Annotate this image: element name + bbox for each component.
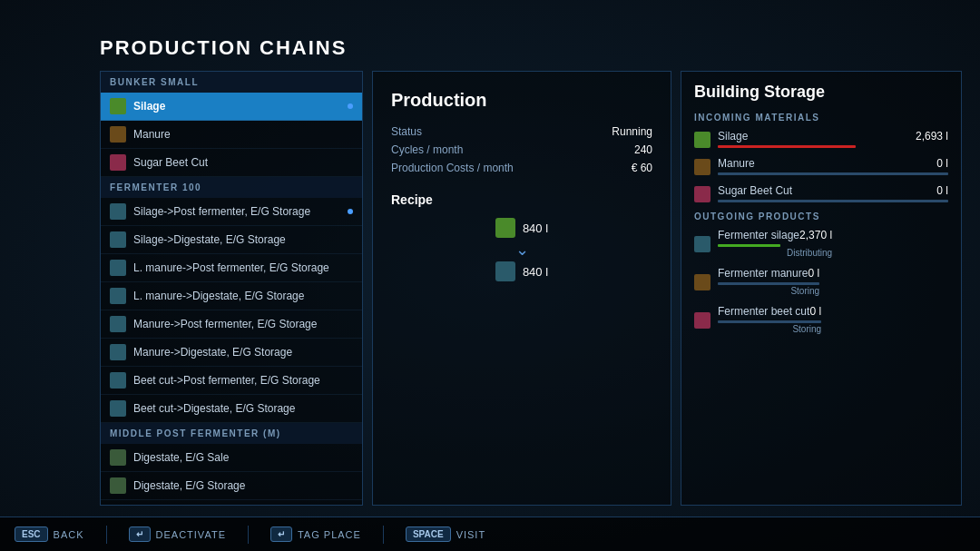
list-item[interactable]: Digestate, E/G Sale bbox=[101, 444, 362, 472]
outgoing-info: Fermenter beet cut0 lStoring bbox=[718, 305, 821, 334]
key-action-label: DEACTIVATE bbox=[156, 529, 226, 540]
right-panel: Building Storage INCOMING MATERIALS Sila… bbox=[681, 71, 962, 506]
list-item[interactable]: Sugar Beet Cut bbox=[101, 149, 362, 177]
recipe-label: Recipe bbox=[391, 192, 652, 207]
active-dot bbox=[348, 103, 353, 109]
content-area: BUNKER SMALLSilageManureSugar Beet CutFE… bbox=[100, 71, 962, 506]
item-label: Silage bbox=[133, 100, 344, 113]
list-item[interactable]: Silage bbox=[101, 93, 362, 121]
storage-item-name-row: Sugar Beet Cut0 l bbox=[718, 184, 948, 197]
outgoing-name-row: Fermenter beet cut0 l bbox=[718, 305, 821, 318]
outgoing-bar bbox=[718, 320, 821, 323]
keyboard-shortcut: ↵DEACTIVATE bbox=[129, 526, 226, 542]
production-stats: StatusRunningCycles / month240Production… bbox=[391, 125, 652, 174]
list-item[interactable]: Manure bbox=[101, 121, 362, 149]
section-header: MIDDLE POST FERMENTER (M) bbox=[101, 423, 362, 444]
storage-item-info: Manure0 l bbox=[718, 157, 948, 175]
outgoing-value: 0 l bbox=[809, 305, 821, 318]
outgoing-item: Fermenter silage2,370 lDistributing bbox=[694, 229, 948, 258]
storage-item-name-row: Silage2,693 l bbox=[718, 130, 948, 143]
production-title: Production bbox=[391, 90, 652, 111]
outgoing-label: Fermenter manure bbox=[718, 267, 808, 280]
stat-label: Cycles / month bbox=[391, 143, 463, 156]
list-item[interactable]: Silage->Post fermenter, E/G Storage bbox=[101, 198, 362, 226]
list-item[interactable]: L. manure->Post fermenter, E/G Storage bbox=[101, 254, 362, 282]
list-item[interactable]: Silage->Digestate, E/G Storage bbox=[101, 226, 362, 254]
recipe-output: 840 l bbox=[495, 261, 548, 281]
item-icon bbox=[110, 449, 126, 466]
incoming-item: Manure0 l bbox=[694, 157, 948, 175]
item-label: Digestate, E/G Storage bbox=[133, 479, 353, 492]
item-label: Beet cut->Post fermenter, E/G Storage bbox=[133, 374, 353, 387]
list-item[interactable]: Manure->Digestate, E/G Storage bbox=[101, 339, 362, 367]
storage-icon bbox=[694, 186, 710, 202]
section-header: FERMENTER 100 bbox=[101, 177, 362, 198]
list-item[interactable]: Beet cut->Digestate, E/G Storage bbox=[101, 395, 362, 423]
storage-item-name-row: Manure0 l bbox=[718, 157, 948, 170]
item-label: Manure bbox=[133, 128, 353, 141]
outgoing-bar bbox=[718, 244, 832, 247]
list-item[interactable]: Beet cut->Post fermenter, E/G Storage bbox=[101, 367, 362, 395]
divider bbox=[106, 526, 107, 544]
key-label[interactable]: ESC bbox=[15, 526, 48, 542]
incoming-item: Sugar Beet Cut0 l bbox=[694, 184, 948, 202]
page-title: PRODUCTION CHAINS bbox=[100, 36, 962, 60]
divider bbox=[248, 526, 249, 544]
key-label[interactable]: ↵ bbox=[270, 526, 292, 542]
list-item[interactable]: Manure->Post fermenter, E/G Storage bbox=[101, 310, 362, 339]
key-action-label: VISIT bbox=[456, 529, 486, 540]
storage-item-value: 2,693 l bbox=[916, 130, 948, 143]
divider bbox=[383, 526, 384, 544]
item-icon bbox=[110, 203, 126, 220]
item-icon bbox=[110, 126, 126, 143]
outgoing-status: Storing bbox=[718, 324, 821, 334]
bottom-bar: ESCBACK↵DEACTIVATE↵TAG PLACESPACEVISIT bbox=[0, 517, 980, 551]
storage-bar bbox=[718, 145, 948, 148]
outgoing-top-row: Fermenter beet cut0 lStoring bbox=[694, 305, 821, 334]
stat-value: Running bbox=[612, 125, 652, 138]
keyboard-shortcut: ESCBACK bbox=[15, 526, 84, 542]
recipe-input-amount: 840 l bbox=[523, 221, 548, 235]
storage-bar bbox=[718, 172, 948, 175]
recipe-output-amount: 840 l bbox=[523, 265, 548, 279]
key-action-label: TAG PLACE bbox=[298, 529, 361, 540]
item-icon bbox=[110, 231, 126, 248]
storage-item-value: 0 l bbox=[936, 184, 948, 197]
storage-item-label: Manure bbox=[718, 157, 755, 170]
item-icon bbox=[110, 288, 126, 304]
keyboard-shortcut: ↵TAG PLACE bbox=[270, 526, 361, 542]
keyboard-shortcut: SPACEVISIT bbox=[406, 526, 485, 542]
list-item[interactable]: L. manure->Digestate, E/G Storage bbox=[101, 282, 362, 310]
outgoing-item: Fermenter manure0 lStoring bbox=[694, 267, 948, 296]
recipe-arrow: ⌄ bbox=[515, 241, 529, 258]
outgoing-name-row: Fermenter silage2,370 l bbox=[718, 229, 832, 241]
item-icon bbox=[110, 316, 126, 332]
middle-panel: Production StatusRunningCycles / month24… bbox=[372, 71, 671, 506]
outgoing-list: Fermenter silage2,370 lDistributingFerme… bbox=[694, 229, 948, 334]
item-label: Digestate, E/G Sale bbox=[133, 451, 353, 464]
outgoing-value: 0 l bbox=[808, 267, 819, 280]
outgoing-label: Fermenter silage bbox=[718, 229, 799, 241]
outgoing-top-row: Fermenter silage2,370 lDistributing bbox=[694, 229, 832, 258]
outgoing-label: Fermenter beet cut bbox=[718, 305, 809, 318]
storage-bar bbox=[718, 200, 948, 202]
item-icon bbox=[110, 477, 126, 494]
outgoing-icon bbox=[694, 236, 710, 252]
incoming-header: INCOMING MATERIALS bbox=[694, 113, 948, 123]
recipe-input-icon bbox=[495, 218, 515, 238]
list-item[interactable]: Digestate, E/G Storage bbox=[101, 472, 362, 500]
key-label[interactable]: SPACE bbox=[406, 526, 451, 542]
item-icon bbox=[110, 154, 126, 171]
item-label: Silage->Post fermenter, E/G Storage bbox=[133, 205, 344, 218]
recipe-flow: 840 l ⌄ 840 l bbox=[391, 218, 652, 281]
stat-value: € 60 bbox=[632, 162, 652, 174]
outgoing-status: Distributing bbox=[718, 248, 832, 258]
active-dot bbox=[348, 209, 353, 214]
stat-value: 240 bbox=[634, 143, 652, 156]
stat-label: Status bbox=[391, 125, 422, 138]
main-container: PRODUCTION CHAINS BUNKER SMALLSilageManu… bbox=[100, 36, 962, 506]
outgoing-value: 2,370 l bbox=[799, 229, 832, 241]
item-label: L. manure->Post fermenter, E/G Storage bbox=[133, 261, 353, 274]
storage-item-value: 0 l bbox=[936, 157, 948, 170]
key-label[interactable]: ↵ bbox=[129, 526, 151, 542]
